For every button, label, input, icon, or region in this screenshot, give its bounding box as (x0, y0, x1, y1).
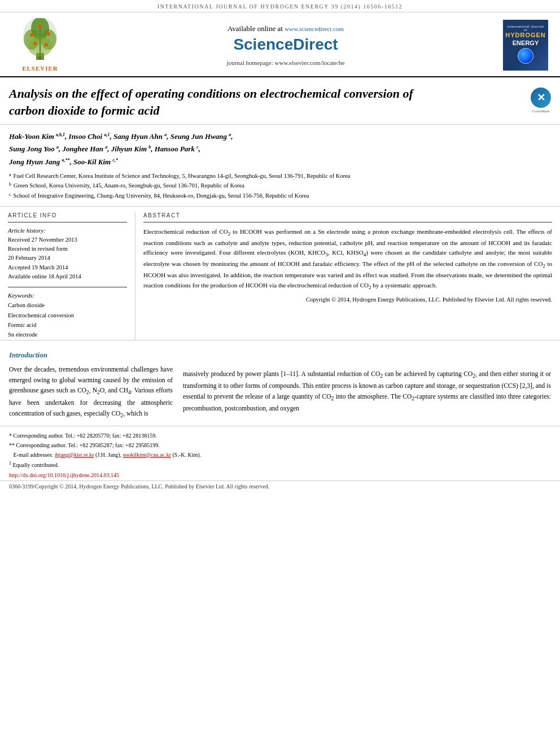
svg-point-8 (47, 32, 50, 36)
article-history: Article history: Received 27 November 20… (8, 227, 127, 281)
bottom-bar: 0360-3199/Copyright © 2014, Hydrogen Ene… (0, 480, 560, 492)
kw-formic-acid: Formic acid (8, 320, 127, 330)
abstract-column: ABSTRACT Electrochemical reduction of CO… (135, 212, 560, 340)
history-online: Available online 18 April 2014 (8, 272, 127, 281)
journal-citation: INTERNATIONAL JOURNAL OF HYDROGEN ENERGY… (158, 3, 403, 10)
abstract-header: ABSTRACT (143, 212, 552, 219)
abstract-text: Electrochemical reduction of CO2 to HCOO… (143, 227, 552, 304)
journal-logo: International Journal of HYDROGEN ENERGY (500, 18, 551, 72)
abstract-paragraph: Electrochemical reduction of CO2 to HCOO… (143, 227, 552, 292)
svg-point-9 (38, 25, 42, 28)
article-title: Analysis on the effect of operating cond… (9, 85, 449, 119)
kw-sn-electrode: Sn electrode (8, 330, 127, 339)
available-online-text: Available online at www.sciencedirect.co… (228, 24, 344, 33)
keywords-section: Keywords: Carbon dioxide Electrochemical… (8, 292, 127, 339)
journal-intl: International Journal of (505, 25, 546, 32)
intro-left-text: Over the decades, tremendous environment… (9, 364, 173, 420)
sciencedirect-brand: ScienceDirect (233, 36, 338, 54)
footnote-emails: E-mail addresses: jhjang@kist.re.kr (J.H… (9, 450, 551, 460)
footnote-equally: 1 Equally contributed. (9, 460, 551, 470)
page-header: ELSEVIER Available online at www.science… (0, 12, 560, 77)
footnotes-area: * Corresponding author. Tel.: +82 282057… (0, 426, 560, 480)
svg-point-6 (28, 36, 53, 56)
sciencedirect-url[interactable]: www.sciencedirect.com (285, 25, 344, 32)
abstract-divider (143, 222, 552, 222)
svg-point-10 (33, 42, 37, 45)
two-column-section: ARTICLE INFO Article history: Received 2… (0, 207, 560, 340)
bottom-copyright: 0360-3199/Copyright © 2014, Hydrogen Ene… (9, 483, 269, 490)
journal-logo-box: International Journal of HYDROGEN ENERGY (503, 20, 548, 71)
keywords-divider (8, 287, 127, 287)
svg-point-11 (45, 43, 48, 46)
authors-section: Hak-Yoon Kim a,b,1, Insoo Choi a,1, Sang… (0, 125, 560, 207)
journal-hydrogen: HYDROGEN (505, 32, 546, 39)
doi-line: http://dx.doi.org/10.1016/j.ijhydene.201… (9, 472, 551, 478)
doi-link[interactable]: http://dx.doi.org/10.1016/j.ijhydene.201… (9, 472, 119, 478)
brand-direct: Direct (293, 36, 338, 53)
crossmark-label: CrossMark (532, 109, 549, 113)
crossmark-icon: ✕ (531, 88, 551, 108)
authors-line: Hak-Yoon Kim a,b,1, Insoo Choi a,1, Sang… (9, 130, 551, 168)
crossmark-badge: ✕ CrossMark (531, 88, 551, 113)
footnote-corresponding2: ** Corresponding author. Tel.: +82 29585… (9, 440, 551, 450)
elsevier-brand-text: ELSEVIER (22, 65, 58, 72)
journal-homepage: journal homepage: www.elsevier.com/locat… (227, 59, 345, 66)
journal-header-bar: INTERNATIONAL JOURNAL OF HYDROGEN ENERGY… (0, 0, 560, 12)
affil-a: a Fuel Cell Research Center, Korea Insti… (9, 172, 551, 182)
introduction-left: Introduction Over the decades, tremendou… (9, 351, 173, 420)
brand-science: Science (233, 36, 293, 53)
body-section: Introduction Over the decades, tremendou… (0, 340, 560, 420)
history-accepted: Accepted 19 March 2014 (8, 263, 127, 272)
history-label: Article history: (8, 227, 127, 234)
header-center: Available online at www.sciencedirect.co… (77, 18, 495, 72)
article-title-section: Analysis on the effect of operating cond… (0, 77, 560, 125)
keywords-label: Keywords: (8, 292, 127, 299)
article-info-column: ARTICLE INFO Article history: Received 2… (0, 212, 135, 340)
elsevier-logo: ELSEVIER (9, 18, 71, 72)
introduction-two-col: Introduction Over the decades, tremendou… (9, 351, 551, 420)
intro-right-text: massively produced by power plants [1–11… (183, 351, 551, 414)
article-info-divider (8, 222, 127, 222)
footnote-star1: * (9, 433, 12, 439)
svg-point-7 (30, 33, 33, 37)
kw-electrochemical: Electrochemical conversion (8, 311, 127, 320)
journal-energy: ENERGY (513, 40, 539, 46)
article-info-header: ARTICLE INFO (8, 212, 127, 219)
affil-c: c School of Integrative Engineering, Chu… (9, 191, 551, 202)
introduction-right: massively produced by power plants [1–11… (183, 351, 551, 420)
kw-carbon-dioxide: Carbon dioxide (8, 300, 127, 310)
email-link-1[interactable]: jhjang@kist.re.kr (55, 452, 94, 458)
abstract-copyright: Copyright © 2014, Hydrogen Energy Public… (143, 295, 552, 304)
history-received: Received 27 November 2013 (8, 235, 127, 244)
journal-globe-icon (518, 48, 533, 64)
footnote-corresponding1: * Corresponding author. Tel.: +82 282057… (9, 431, 551, 440)
email-link-2[interactable]: sookilkim@cau.ac.kr (123, 452, 171, 458)
footnote-star2: ** (9, 442, 15, 448)
affil-b: b Green School, Korea University, 145, A… (9, 181, 551, 191)
introduction-heading: Introduction (9, 351, 173, 360)
history-revised-date: 20 February 2014 (8, 254, 127, 263)
history-revised-label: Received in revised form (8, 244, 127, 254)
affiliations: a Fuel Cell Research Center, Korea Insti… (9, 172, 551, 202)
